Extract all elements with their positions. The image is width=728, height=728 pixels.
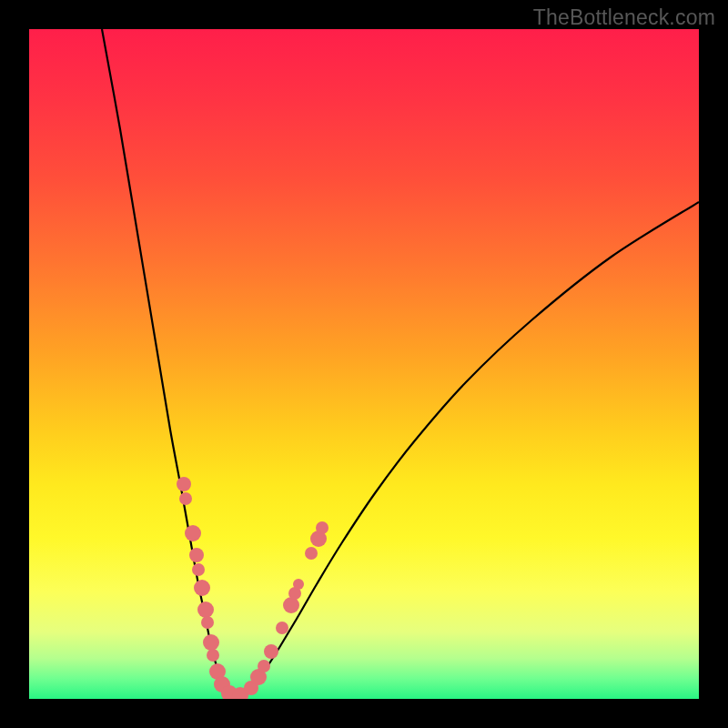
highlight-dot [177,477,191,491]
highlight-dots-group [177,477,329,699]
highlight-dot [185,525,201,541]
bottleneck-curve [102,29,699,698]
highlight-dot [293,579,304,590]
highlight-dot [189,548,204,562]
highlight-dot [197,602,214,618]
highlight-dot [276,622,288,634]
highlight-dot [201,616,214,629]
highlight-dot [264,644,278,659]
highlight-dot [283,597,299,613]
highlight-dot [179,492,192,505]
highlight-dot [203,634,219,651]
highlight-dot [207,649,219,662]
highlight-dot [316,521,329,534]
highlight-dot [192,563,205,576]
highlight-dot [258,660,270,672]
bottleneck-curve-svg [29,29,699,699]
watermark-text: TheBottleneck.com [533,5,715,30]
highlight-dot [305,547,318,560]
plot-area [29,29,699,699]
highlight-dot [194,580,210,596]
chart-frame: TheBottleneck.com [0,0,728,728]
